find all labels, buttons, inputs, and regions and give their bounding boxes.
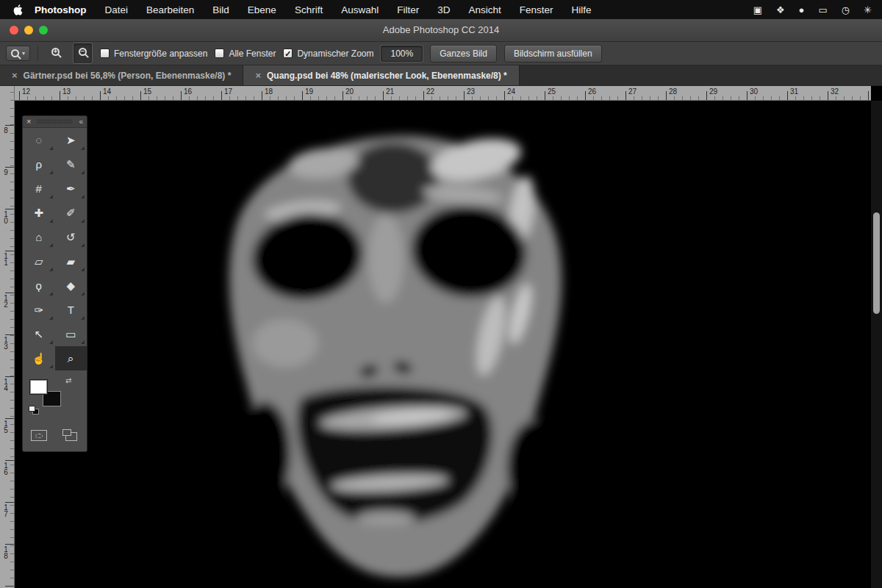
zoom-tool[interactable]: ⌕ [55,346,87,370]
menu-filter[interactable]: Filter [397,4,419,15]
collapse-panel-icon[interactable]: « [79,118,83,126]
ruler-number: 13 [62,87,71,96]
fill-screen-button[interactable]: Bildschirm ausfüllen [504,45,602,62]
type-tool[interactable]: T [55,298,87,322]
menu-fenster[interactable]: Fenster [520,4,553,15]
scrollbar-thumb[interactable] [873,212,880,314]
checkbox-resize-windows[interactable]: Fenstergröße anpassen [100,49,207,59]
ruler-number: 1 0 [1,211,10,224]
screen-mode-button[interactable] [65,432,77,441]
default-colors-icon[interactable] [29,406,40,416]
quick-selection-icon: ✎ [66,159,76,170]
menu-3d[interactable]: 3D [437,4,450,15]
dodge-tool[interactable]: ϙ [23,273,55,298]
pen-tool[interactable]: ✑ [23,298,55,322]
crop-tool[interactable]: # [23,176,55,201]
gradient-tool[interactable]: ▰ [55,249,87,273]
panel-bottom-buttons [23,423,87,451]
quick-mask-button[interactable] [31,430,47,441]
dropbox-icon[interactable]: ❖ [776,4,785,15]
menubar: PhotoshopDateiBearbeitenBildEbeneSchrift… [0,0,882,19]
color-swatches: ⇄ [23,370,87,423]
lasso-icon: ρ [35,159,42,170]
ruler-number: 21 [386,87,394,96]
menu-datei[interactable]: Datei [105,4,129,15]
menu-bearbeiten[interactable]: Bearbeiten [146,4,194,15]
ruler-number: 26 [588,87,596,96]
zoom-in-button[interactable]: + [46,43,65,64]
ruler-number: 25 [548,87,556,96]
vertical-scrollbar[interactable] [871,101,882,588]
tab-gaertner-psd[interactable]: × Gärtner.psd bei 56,8% (Person, Ebenenm… [0,65,243,85]
canvas[interactable] [15,101,871,588]
zoom-level-field[interactable]: 100% [381,46,423,62]
rectangle-icon: ▭ [65,329,76,340]
menu-items: PhotoshopDateiBearbeitenBildEbeneSchrift… [35,4,592,15]
hand-icon: ☝ [32,353,46,364]
menu-ansicht[interactable]: Ansicht [468,4,501,15]
current-tool-badge[interactable]: ▾ [6,46,30,61]
eraser-tool[interactable]: ▱ [23,249,55,273]
checkbox-box [100,49,110,58]
move-tool[interactable]: ➤ [55,128,87,152]
divider [37,46,38,61]
elliptical-marquee-icon: ◌ [35,135,42,146]
path-selection-tool[interactable]: ↖ [23,322,55,346]
screen-sharing-icon[interactable]: ▣ [753,4,762,15]
checkbox-dynamic-zoom[interactable]: ✓ Dynamischer Zoom [283,49,373,59]
canvas-artwork [15,101,871,588]
ruler-number: 31 [790,87,798,96]
ruler-number: 22 [426,87,434,96]
fit-on-screen-button[interactable]: Ganzes Bild [430,45,497,62]
ruler-number: 27 [628,87,637,96]
display-icon[interactable]: ▭ [818,4,827,15]
tab-title: Quang.psd bei 48% (malerischer Look, Ebe… [267,71,507,81]
lasso-tool[interactable]: ρ [23,152,55,176]
caret-down-icon: ▾ [22,50,25,57]
elliptical-marquee-tool[interactable]: ◌ [23,128,55,152]
zoom-tool-icon [11,49,19,57]
menu-bild[interactable]: Bild [212,4,229,15]
close-tab-icon[interactable]: × [255,71,261,80]
tools-panel-header[interactable]: × « [23,116,87,128]
ruler-number: 17 [224,87,232,96]
menu-auswahl[interactable]: Auswahl [341,4,379,15]
brush-tool[interactable]: ✐ [55,201,87,225]
vertical-ruler: 891 01 11 21 31 41 51 61 71 81 9 [0,86,15,588]
blur-tool[interactable]: ◆ [55,273,87,298]
menu-ebene[interactable]: Ebene [248,4,276,15]
ruler-number: 9 [1,169,10,176]
clone-stamp-tool[interactable]: ⌂ [23,225,55,249]
rectangle-tool[interactable]: ▭ [55,322,87,346]
tools-panel: × « ◌➤ρ✎#✒✚✐⌂↺▱▰ϙ◆✑T↖▭☝⌕ ⇄ [22,115,87,452]
eyedropper-icon: ✒ [66,183,76,194]
spotlight-asterisk-icon[interactable]: ✳ [864,4,872,15]
menu-photoshop[interactable]: Photoshop [35,4,87,15]
swap-colors-icon[interactable]: ⇄ [65,376,71,384]
spot-healing-brush-tool[interactable]: ✚ [23,201,55,225]
quick-selection-tool[interactable]: ✎ [55,152,87,176]
foreground-color-swatch[interactable] [29,379,48,395]
zoom-icon: ⌕ [68,353,74,364]
checkbox-box: ✓ [283,49,293,58]
eyedropper-tool[interactable]: ✒ [55,176,87,201]
move-icon: ➤ [66,135,76,146]
panel-grip[interactable] [37,119,73,124]
apple-icon[interactable] [13,4,23,15]
checkbox-all-windows[interactable]: Alle Fenster [215,49,276,59]
close-tab-icon[interactable]: × [12,71,18,80]
history-brush-icon: ↺ [66,232,76,243]
close-panel-icon[interactable]: × [26,118,31,126]
apple-logo [13,4,23,15]
type-icon: T [68,304,74,315]
tab-quang-psd[interactable]: × Quang.psd bei 48% (malerischer Look, E… [243,65,519,85]
ruler-number: 1 2 [1,295,10,308]
hand-tool[interactable]: ☝ [23,346,55,370]
notification-dot-icon[interactable]: ● [799,4,805,15]
time-machine-icon[interactable]: ◷ [842,4,850,15]
menu-schrift[interactable]: Schrift [295,4,323,15]
zoom-out-button[interactable]: − [73,43,93,64]
titlebar: Adobe Photoshop CC 2014 [0,19,882,42]
menu-hilfe[interactable]: Hilfe [572,4,592,15]
history-brush-tool[interactable]: ↺ [55,225,87,249]
